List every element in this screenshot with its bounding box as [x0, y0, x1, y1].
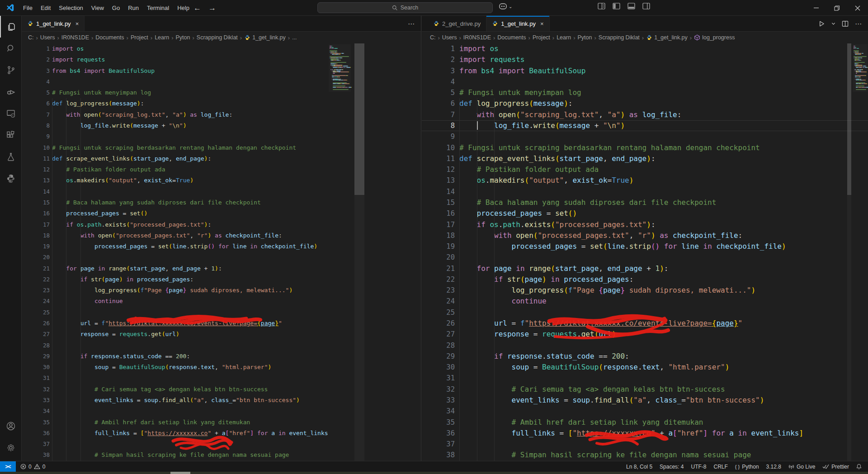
code-text[interactable]: # Fungsi untuk scraping berdasarkan rent…: [52, 142, 329, 153]
line-number[interactable]: 13: [22, 175, 50, 186]
line-number[interactable]: 20: [22, 252, 50, 263]
code-text[interactable]: event_links = soup.find_all("a", class_=…: [459, 395, 849, 406]
line-number[interactable]: 6: [422, 98, 455, 109]
activity-settings-gear-icon[interactable]: [0, 437, 22, 459]
breadcrumb-item[interactable]: IR0NS1DE: [463, 34, 491, 41]
line-number[interactable]: 14: [22, 186, 50, 197]
code-text[interactable]: # Simpan hasil scraping ke file dengan n…: [459, 450, 849, 460]
line-number[interactable]: 30: [422, 362, 455, 373]
activity-testing-icon[interactable]: [0, 146, 22, 168]
line-number[interactable]: 37: [22, 439, 50, 450]
code-text[interactable]: log_file.write(message + "\n"): [459, 120, 849, 131]
code-text[interactable]: [459, 186, 849, 197]
toggle-primary-sidebar-icon[interactable]: [613, 3, 620, 9]
code-text[interactable]: # Baca halaman yang sudah diproses dari …: [52, 197, 329, 208]
line-number[interactable]: 5: [422, 87, 455, 98]
code-text[interactable]: if str(page) in processed_pages:: [52, 274, 329, 285]
menu-item-edit[interactable]: Edit: [37, 2, 55, 14]
remote-indicator-icon[interactable]: ><: [0, 461, 16, 472]
line-number[interactable]: 35: [22, 417, 50, 428]
code-text[interactable]: if response.status_code == 200:: [459, 351, 849, 362]
line-number[interactable]: 37: [422, 439, 455, 450]
tab-2_get_drive.py[interactable]: 2_get_drive.py: [428, 16, 486, 31]
minimap[interactable]: [329, 44, 351, 92]
line-number[interactable]: 15: [422, 197, 455, 208]
code-text[interactable]: def scrape_event_links(start_page, end_p…: [52, 153, 329, 164]
line-number[interactable]: 35: [422, 417, 455, 428]
breadcrumb-item[interactable]: C:: [430, 34, 436, 41]
toggle-panel-icon[interactable]: [627, 3, 635, 9]
code-text[interactable]: # Fungsi untuk menyimpan log: [459, 87, 849, 98]
line-number[interactable]: 34: [422, 406, 455, 417]
code-text[interactable]: if os.path.exists("processed_pages.txt")…: [52, 219, 329, 230]
line-number[interactable]: 23: [422, 285, 455, 296]
breadcrumb-item[interactable]: 1_get_link.py: [244, 34, 286, 41]
line-number[interactable]: 25: [22, 307, 50, 318]
line-number[interactable]: 17: [422, 219, 455, 230]
line-number[interactable]: 8: [22, 120, 50, 131]
breadcrumb[interactable]: C:›Users›IR0NS1DE›Documents›Project›Lear…: [22, 32, 421, 43]
code-text[interactable]: log_file.write(message + "\n"): [52, 120, 329, 131]
menu-item-view[interactable]: View: [87, 2, 108, 14]
line-number[interactable]: 12: [422, 164, 455, 175]
code-text[interactable]: [459, 406, 849, 417]
breadcrumb-item[interactable]: Learn: [557, 34, 571, 41]
back-arrow-icon[interactable]: ←: [193, 4, 201, 13]
line-number[interactable]: 29: [22, 351, 50, 362]
line-number[interactable]: 22: [22, 274, 50, 285]
status-spaces-4[interactable]: Spaces: 4: [656, 461, 687, 472]
line-number[interactable]: 14: [422, 186, 455, 197]
code-text[interactable]: # Baca halaman yang sudah diproses dari …: [459, 197, 849, 208]
code-text[interactable]: continue: [459, 296, 849, 307]
restore-icon[interactable]: [826, 0, 847, 16]
code-text[interactable]: [52, 373, 329, 384]
tab-1_get_link.py[interactable]: 1_get_link.py×: [486, 16, 549, 31]
code-text[interactable]: with open("processed_pages.txt", "r") as…: [52, 230, 329, 241]
scrollbar-track[interactable]: [847, 43, 851, 461]
activity-python-icon[interactable]: [0, 168, 22, 190]
line-number[interactable]: 20: [422, 252, 455, 263]
status-3-12-8[interactable]: 3.12.8: [763, 461, 785, 472]
breadcrumb-item[interactable]: Scrapping Diklat: [599, 34, 640, 41]
code-text[interactable]: import requests: [52, 54, 329, 65]
line-number[interactable]: 7: [422, 109, 455, 120]
code-text[interactable]: response = requests.get(url): [52, 329, 329, 340]
code-text[interactable]: # Ambil href dari setiap link yang ditem…: [459, 417, 849, 428]
line-number[interactable]: 38: [22, 450, 50, 460]
line-number[interactable]: 31: [22, 373, 50, 384]
code-text[interactable]: soup = BeautifulSoup(response.text, "htm…: [52, 362, 329, 373]
line-number[interactable]: 12: [22, 164, 50, 175]
code-text[interactable]: url = f"https://diklat.xxxxxx.co/events-…: [459, 318, 849, 329]
line-number[interactable]: 30: [22, 362, 50, 373]
line-number[interactable]: 16: [422, 208, 455, 219]
activity-search-icon[interactable]: [0, 38, 22, 59]
menu-item-help[interactable]: Help: [173, 2, 193, 14]
breadcrumb-item[interactable]: Users: [40, 34, 55, 41]
line-number[interactable]: 3: [422, 66, 455, 76]
code-text[interactable]: [459, 439, 849, 450]
line-number[interactable]: 10: [22, 142, 50, 153]
line-number[interactable]: 24: [22, 296, 50, 307]
code-text[interactable]: [52, 307, 329, 318]
code-text[interactable]: for page in range(start_page, end_page +…: [52, 263, 329, 274]
line-number[interactable]: 18: [22, 230, 50, 241]
line-number[interactable]: 6: [22, 98, 50, 109]
line-number[interactable]: 32: [22, 384, 50, 395]
line-number[interactable]: 21: [22, 263, 50, 274]
scrollbar-thumb[interactable]: [354, 43, 364, 195]
toggle-secondary-sidebar-icon[interactable]: [642, 3, 650, 9]
code-text[interactable]: for page in range(start_page, end_page +…: [459, 263, 849, 274]
code-text[interactable]: log_progress(f"Page {page} sudah diprose…: [52, 285, 329, 296]
code-text[interactable]: processed_pages = set(): [52, 208, 329, 219]
scrollbar-thumb[interactable]: [847, 43, 851, 195]
line-number[interactable]: 2: [22, 54, 50, 65]
more-actions-icon[interactable]: ⋯: [408, 20, 415, 28]
status-bell-icon[interactable]: [853, 461, 865, 472]
breadcrumb-item[interactable]: Project: [131, 34, 148, 41]
breadcrumb-item[interactable]: C:: [28, 34, 34, 41]
code-text[interactable]: response = requests.get(url): [459, 329, 849, 340]
code-text[interactable]: os.makedirs("output", exist_ok=True): [459, 175, 849, 186]
code-text[interactable]: # Fungsi untuk menyimpan log: [52, 87, 329, 98]
code-text[interactable]: log_progress(f"Page {page} sudah diprose…: [459, 285, 849, 296]
line-number[interactable]: 38: [422, 450, 455, 460]
